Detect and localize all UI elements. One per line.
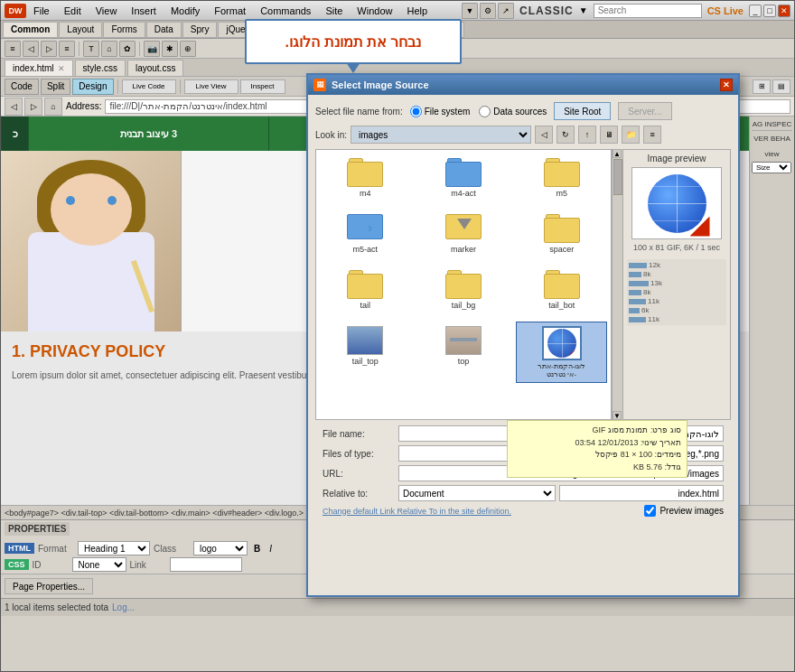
multiscreen-icon[interactable]: ⊞ xyxy=(753,79,771,94)
live-code-icon[interactable]: Live Code xyxy=(122,79,176,94)
tab-common[interactable]: Common xyxy=(3,22,58,38)
link-input[interactable] xyxy=(170,557,242,572)
look-in-up[interactable]: ↑ xyxy=(578,126,596,144)
window-size-icon[interactable]: ▤ xyxy=(772,79,790,94)
site-root-button[interactable]: Site Root xyxy=(554,102,611,120)
home-btn[interactable]: ⌂ xyxy=(44,98,62,116)
menu-help[interactable]: Help xyxy=(403,5,431,17)
tab-style-css[interactable]: style.css xyxy=(75,60,126,76)
menu-insert[interactable]: Insert xyxy=(127,5,160,17)
back-btn[interactable]: ◁ xyxy=(5,98,23,116)
data-sources-radio-input[interactable] xyxy=(479,106,491,117)
toolbar-icon-1[interactable]: ≡ xyxy=(5,41,21,57)
tab-close-index[interactable]: ✕ xyxy=(58,64,65,73)
page-properties-button[interactable]: Page Properties... xyxy=(5,578,93,594)
file-browser-scrollbar[interactable]: ▲ ▼ xyxy=(612,149,622,420)
menu-site[interactable]: Site xyxy=(322,5,346,17)
scroll-up-btn[interactable]: ▲ xyxy=(613,149,622,158)
icon3[interactable]: ↗ xyxy=(498,3,514,19)
right-sidebar: AG INSPEC VER BEHA view Size xyxy=(749,117,794,505)
menu-commands[interactable]: Commands xyxy=(257,5,314,17)
file-item-m4-act[interactable]: m4-act xyxy=(418,154,510,202)
icon2[interactable]: ⚙ xyxy=(480,3,496,19)
file-system-radio[interactable]: File system xyxy=(410,106,471,117)
file-item-tail-top[interactable]: tail_top xyxy=(320,322,411,383)
dropdown-arrow[interactable]: ▼ xyxy=(579,5,588,15)
file-item-tail-bot[interactable]: tail_bot xyxy=(516,266,607,314)
toolbar-icon-4[interactable]: ≡ xyxy=(59,41,75,57)
scroll-down-btn[interactable]: ▼ xyxy=(613,411,622,420)
nav-item-3[interactable]: 3 עיצוב תבנית xyxy=(28,117,268,151)
file-item-spacer[interactable]: spacer xyxy=(516,210,607,258)
tab-data[interactable]: Data xyxy=(146,22,182,38)
data-sources-radio[interactable]: Data sources xyxy=(479,106,547,117)
tab-forms[interactable]: Forms xyxy=(103,22,145,38)
toolbar-icon-5[interactable]: T xyxy=(83,41,99,57)
file-label-marker: marker xyxy=(451,245,476,254)
class-select[interactable]: logo xyxy=(193,541,248,555)
menu-view[interactable]: View xyxy=(92,5,121,17)
preview-checkbox[interactable] xyxy=(644,505,656,517)
menu-window[interactable]: Window xyxy=(353,5,396,17)
toolbar-icon-6[interactable]: ⌂ xyxy=(101,41,117,57)
toolbar-icon-3[interactable]: ▷ xyxy=(41,41,57,57)
server-button[interactable]: Server... xyxy=(618,102,671,120)
log-link[interactable]: Log... xyxy=(112,602,135,612)
tab-layout-css[interactable]: layout.css xyxy=(127,60,183,76)
menu-file[interactable]: File xyxy=(30,5,53,17)
file-item-tail-bg[interactable]: tail_bg xyxy=(418,266,510,314)
file-item-marker[interactable]: marker xyxy=(418,210,510,258)
italic-btn[interactable]: I xyxy=(267,544,275,554)
look-in-new-folder[interactable]: 📁 xyxy=(622,126,640,144)
live-view-icon[interactable]: Live View xyxy=(184,79,238,94)
close-button[interactable]: ✕ xyxy=(778,5,790,17)
relative-document-input[interactable] xyxy=(559,485,724,501)
look-in-view[interactable]: ≡ xyxy=(643,126,661,144)
look-in-desktop[interactable]: 🖥 xyxy=(600,126,618,144)
preview-info-text: 100 x 81 GIF, 6K / 1 sec xyxy=(627,243,726,252)
file-item-top[interactable]: top xyxy=(418,322,510,383)
toolbar-icon-10[interactable]: ⊕ xyxy=(180,41,196,57)
relative-to-select[interactable]: Document xyxy=(398,485,556,501)
format-select[interactable]: Heading 1 xyxy=(78,541,150,555)
inspect-icon[interactable]: Inspect xyxy=(240,79,285,94)
forward-btn[interactable]: ▷ xyxy=(24,98,42,116)
code-btn-code[interactable]: Code xyxy=(5,79,39,95)
menu-edit[interactable]: Edit xyxy=(61,5,85,17)
tab-layout[interactable]: Layout xyxy=(59,22,102,38)
look-in-refresh[interactable]: ↻ xyxy=(556,126,575,144)
dw-logo: DW xyxy=(5,4,26,18)
id-select[interactable]: None xyxy=(72,557,126,572)
file-item-m5[interactable]: m5 xyxy=(516,154,607,202)
menu-format[interactable]: Format xyxy=(210,5,249,17)
scroll-thumb[interactable] xyxy=(613,159,622,195)
dialog-close-button[interactable]: ✕ xyxy=(720,79,733,91)
search-input[interactable] xyxy=(594,4,702,18)
toolbar-icon-9[interactable]: ✱ xyxy=(162,41,178,57)
toolbar-icon-2[interactable]: ◁ xyxy=(23,41,39,57)
nav-item-home[interactable]: כ xyxy=(1,117,28,151)
change-link[interactable]: Change default Link Relative To in the s… xyxy=(323,507,511,516)
file-label-tail-bot: tail_bot xyxy=(548,301,575,310)
file-system-radio-input[interactable] xyxy=(410,106,422,117)
file-item-logo[interactable]: לוגו-הקמת-אתר-אי נטרנט xyxy=(516,322,607,383)
toolbar-icon-8[interactable]: 📷 xyxy=(144,41,160,57)
file-item-m4[interactable]: m4 xyxy=(320,154,411,202)
code-btn-design[interactable]: Design xyxy=(72,79,113,95)
menu-modify[interactable]: Modify xyxy=(167,5,203,17)
tab-spry[interactable]: Spry xyxy=(182,22,218,38)
minimize-button[interactable]: _ xyxy=(749,5,762,17)
view-select[interactable]: Size xyxy=(752,162,791,173)
icon1[interactable]: ▼ xyxy=(462,3,478,19)
bold-btn[interactable]: B xyxy=(251,544,263,554)
file-item-m5-act[interactable]: › m5-act xyxy=(320,210,411,258)
look-in-back[interactable]: ◁ xyxy=(535,126,553,144)
look-in-select[interactable]: images xyxy=(351,126,531,144)
tooltip-filesize: גודל: 5.76 KB xyxy=(513,462,681,474)
code-btn-split[interactable]: Split xyxy=(41,79,70,95)
tab-index-html[interactable]: index.html ✕ xyxy=(5,60,73,76)
toolbar-icon-7[interactable]: ✿ xyxy=(119,41,136,57)
maximize-button[interactable]: □ xyxy=(763,5,776,17)
cs-live-label[interactable]: CS Live xyxy=(707,5,744,16)
file-item-tail[interactable]: tail xyxy=(320,266,411,314)
